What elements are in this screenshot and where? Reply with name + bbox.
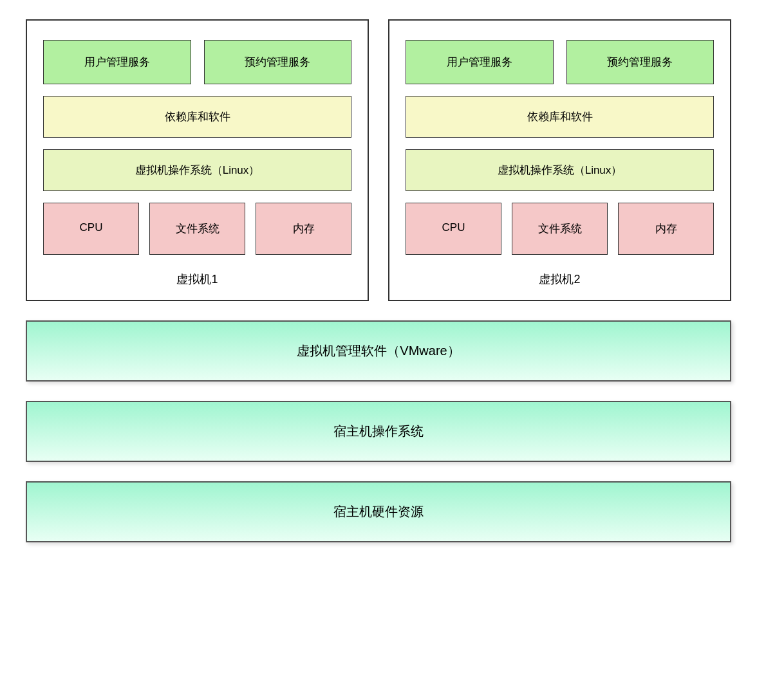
- vm1-box: 用户管理服务 预约管理服务 依赖库和软件 虚拟机操作系统（Linux） CPU …: [26, 19, 369, 301]
- vm1-user-service: 用户管理服务: [43, 40, 191, 84]
- vmware-bar: 虚拟机管理软件（VMware）: [26, 320, 731, 382]
- vm1-reservation-service: 预约管理服务: [204, 40, 352, 84]
- host-os-bar: 宿主机操作系统: [26, 401, 731, 462]
- vm2-os: 虚拟机操作系统（Linux）: [406, 149, 714, 191]
- vm1-memory: 内存: [256, 203, 351, 255]
- vm2-label: 虚拟机2: [406, 272, 714, 287]
- vm2-services-row: 用户管理服务 预约管理服务: [406, 40, 714, 84]
- vm1-services-row: 用户管理服务 预约管理服务: [43, 40, 351, 84]
- vm1-os: 虚拟机操作系统（Linux）: [43, 149, 351, 191]
- vm1-cpu: CPU: [43, 203, 139, 255]
- vm2-deps: 依赖库和软件: [406, 96, 714, 138]
- vm1-resources-row: CPU 文件系统 内存: [43, 203, 351, 255]
- vm2-reservation-service: 预约管理服务: [566, 40, 715, 84]
- vm1-deps: 依赖库和软件: [43, 96, 351, 138]
- vms-row: 用户管理服务 预约管理服务 依赖库和软件 虚拟机操作系统（Linux） CPU …: [26, 19, 731, 301]
- vm2-memory: 内存: [618, 203, 714, 255]
- vm1-filesystem: 文件系统: [149, 203, 245, 255]
- vm2-box: 用户管理服务 预约管理服务 依赖库和软件 虚拟机操作系统（Linux） CPU …: [388, 19, 731, 301]
- main-container: 用户管理服务 预约管理服务 依赖库和软件 虚拟机操作系统（Linux） CPU …: [13, 13, 744, 549]
- vm1-label: 虚拟机1: [43, 272, 351, 287]
- host-hw-bar: 宿主机硬件资源: [26, 481, 731, 542]
- vm2-filesystem: 文件系统: [512, 203, 608, 255]
- vm2-cpu: CPU: [406, 203, 501, 255]
- vm2-user-service: 用户管理服务: [406, 40, 554, 84]
- vm2-resources-row: CPU 文件系统 内存: [406, 203, 714, 255]
